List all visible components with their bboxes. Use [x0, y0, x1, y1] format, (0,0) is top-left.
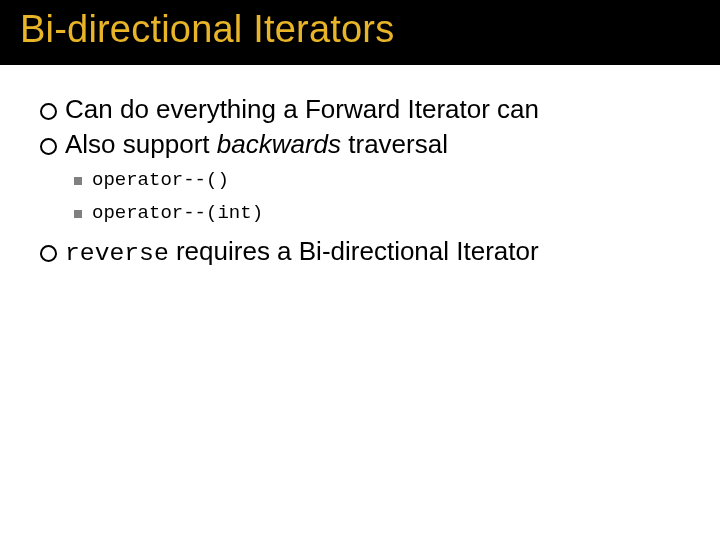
slide: Bi-directional Iterators Can do everythi… [0, 0, 720, 540]
italic-text: backwards [217, 129, 341, 159]
bullet-text: reverse requires a Bi-directional Iterat… [65, 235, 539, 269]
text-fragment: traversal [341, 129, 448, 159]
code-text: operator--(int) [92, 201, 263, 226]
sub-bullet-item: operator--(int) [74, 201, 680, 226]
code-text: operator--() [92, 168, 229, 193]
slide-content: Can do everything a Forward Iterator can… [0, 65, 720, 269]
title-bar: Bi-directional Iterators [0, 0, 720, 65]
bullet-item: Can do everything a Forward Iterator can [40, 93, 680, 126]
bullet-square-icon [74, 177, 82, 185]
bullet-circle-icon [40, 138, 57, 155]
bullet-text: Can do everything a Forward Iterator can [65, 93, 539, 126]
slide-title: Bi-directional Iterators [20, 8, 394, 50]
bullet-item: Also support backwards traversal [40, 128, 680, 161]
bullet-square-icon [74, 210, 82, 218]
text-fragment: requires a Bi-directional Iterator [169, 236, 539, 266]
text-fragment: Also support [65, 129, 217, 159]
bullet-circle-icon [40, 245, 57, 262]
sub-bullet-item: operator--() [74, 168, 680, 193]
bullet-circle-icon [40, 103, 57, 120]
bullet-item: reverse requires a Bi-directional Iterat… [40, 235, 680, 269]
code-text: reverse [65, 239, 169, 267]
bullet-text: Also support backwards traversal [65, 128, 448, 161]
